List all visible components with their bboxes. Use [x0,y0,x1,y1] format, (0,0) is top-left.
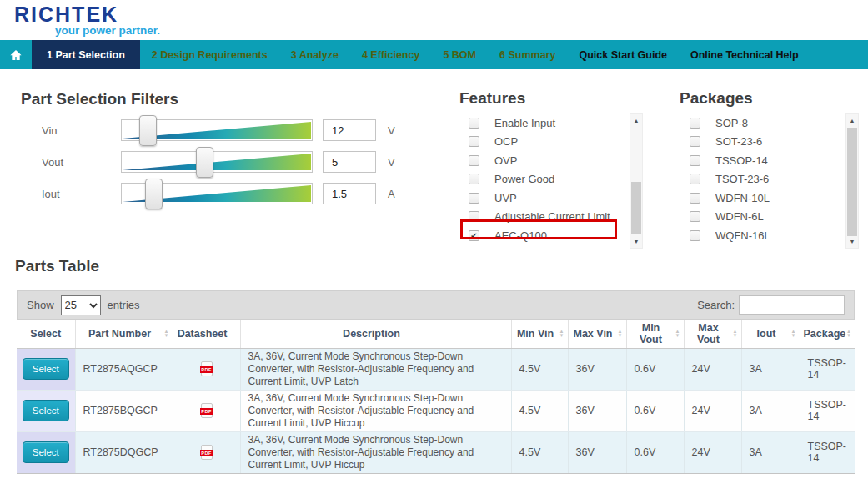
features-section: Features Enable InputOCPOVPPower GoodUVP… [450,89,649,253]
description-cell: 3A, 36V, Current Mode Synchronous Step-D… [240,390,511,431]
nav-item-4-efficiency[interactable]: 4 Efficiency [350,40,431,69]
package-checkbox-wdfn-6l[interactable] [690,211,700,222]
package-checkbox-wdfn-10l[interactable] [690,193,700,204]
slider-row-vin: VinV [21,119,438,141]
slider-row-vout: VoutV [21,151,438,173]
logo-tagline: your power partner. [55,24,160,37]
min-vin-cell: 4.5V [511,431,568,473]
feature-checkbox-ocp[interactable] [469,136,479,147]
scroll-up-icon[interactable]: ▲ [846,114,858,127]
nav-item-2-design-requirements[interactable]: 2 Design Requirements [140,40,279,69]
nav-item-1-part-selection[interactable]: 1 Part Selection [32,40,140,69]
scroll-up-icon[interactable]: ▲ [630,114,642,127]
max-vin-cell: 36V [568,348,626,390]
column-header-part-number[interactable]: Part Number▲▼ [75,320,173,348]
package-cell: TSSOP-14 [800,390,855,431]
entries-select[interactable]: 25 [61,295,101,315]
pdf-icon[interactable]: PDF [201,403,213,418]
feature-label-power-good: Power Good [494,173,554,185]
slider-value-input-iout[interactable] [323,183,376,204]
package-label-tsot-23-6: TSOT-23-6 [715,173,769,185]
pdf-icon[interactable]: PDF [201,361,213,376]
feature-checkbox-power-good[interactable] [469,174,479,184]
column-header-datasheet[interactable]: Datasheet [173,320,240,348]
sort-icon: ▲▼ [733,330,738,338]
part-selection-filters-section: Part Selection Filters VinVVoutVIoutA [21,90,438,214]
features-scrollbar[interactable]: ▲ ▼ [630,113,643,249]
slider-value-input-vin[interactable] [323,119,376,141]
feature-checkbox-uvp[interactable] [469,193,479,204]
slider-gradient-vout [123,153,311,171]
column-header-max-vin[interactable]: Max Vin▲▼ [568,320,626,348]
column-header-description[interactable]: Description [240,320,511,348]
column-header-min-vin[interactable]: Min Vin▲▼ [511,320,568,348]
feature-label-enable-input: Enable Input [494,117,555,129]
column-label-select: Select [30,328,61,340]
slider-handle-vin[interactable] [139,115,157,146]
slider-track-iout[interactable] [121,183,313,204]
nav-item-6-summary[interactable]: 6 Summary [488,40,567,69]
package-label-wdfn-10l: WDFN-10L [715,192,770,204]
package-row-wdfn-10l: WDFN-10L [690,189,868,208]
nav-items: 1 Part Selection2 Design Requirements3 A… [32,40,810,69]
search-input[interactable] [739,295,845,315]
parts-table: Show 25 entries Search: SelectPart Numbe… [17,290,855,474]
part-number-cell: RT2875AQGCP [75,348,173,390]
nav-item-5-bom[interactable]: 5 BOM [431,40,488,69]
features-title: Features [459,89,649,108]
column-label-max-vout: Max Vout [697,322,720,345]
package-checkbox-tssop-14[interactable] [690,155,700,166]
feature-label-uvp: UVP [494,192,517,204]
package-checkbox-tsot-23-6[interactable] [690,174,700,184]
column-header-max-vout[interactable]: Max Vout▲▼ [684,320,741,348]
slider-label-iout: Iout [42,188,121,200]
packages-scroll-thumb[interactable] [847,128,857,236]
feature-label-adjustable-current-limit: Adjustable Current Limit [494,210,610,223]
column-header-select[interactable]: Select [17,320,75,348]
column-header-min-vout[interactable]: Min Vout▲▼ [626,320,684,348]
column-header-iout[interactable]: Iout▲▼ [741,320,800,348]
column-label-min-vin: Min Vin [517,328,554,340]
package-row-sop-8: SOP-8 [690,113,868,133]
logo-text: RICHTEK [14,4,160,25]
package-checkbox-sop-8[interactable] [690,118,700,129]
home-button[interactable] [0,40,32,69]
package-checkbox-wqfn-16l[interactable] [690,230,700,241]
slider-handle-iout[interactable] [145,179,163,209]
sort-desc-icon: ▼ [675,334,680,338]
description-cell: 3A, 36V, Current Mode Synchronous Step-D… [240,348,511,390]
feature-checkbox-enable-input[interactable] [469,118,479,129]
parts-table-title: Parts Table [15,257,99,275]
min-vout-cell: 0.6V [626,348,684,390]
nav-item-online-technical-help[interactable]: Online Technical Help [679,40,810,69]
nav-item-quick-start-guide[interactable]: Quick Start Guide [567,40,679,69]
scroll-down-icon[interactable]: ▼ [630,235,642,248]
sort-desc-icon: ▼ [164,334,169,338]
slider-handle-vout[interactable] [196,147,213,178]
slider-value-input-vout[interactable] [323,151,376,173]
pdf-icon-label: PDF [200,408,213,415]
slider-row-iout: IoutA [21,183,438,204]
slider-unit-vout: V [388,156,395,169]
features-scroll-thumb[interactable] [631,182,641,234]
select-button-rt2875bqgcp[interactable]: Select [23,400,69,421]
packages-scrollbar[interactable]: ▲ ▼ [845,113,859,249]
scroll-down-icon[interactable]: ▼ [846,235,858,248]
package-checkbox-sot-23-6[interactable] [690,136,700,147]
pdf-icon[interactable]: PDF [201,445,213,460]
nav-item-3-analyze[interactable]: 3 Analyze [279,40,350,69]
table-row-rt2875aqgcp: SelectRT2875AQGCPPDF3A, 36V, Current Mod… [17,348,855,390]
packages-list: SOP-8SOT-23-6TSSOP-14TSOT-23-6WDFN-10LWD… [671,113,868,245]
feature-checkbox-aec-q100[interactable]: ✔ [469,230,479,241]
slider-track-vout[interactable] [121,151,313,173]
feature-checkbox-adjustable-current-limit[interactable] [469,211,479,222]
select-button-rt2875aqgcp[interactable]: Select [23,358,69,380]
feature-checkbox-ovp[interactable] [469,155,479,166]
column-header-package[interactable]: Package▲▼ [800,320,855,348]
slider-track-vin[interactable] [121,119,313,141]
max-vout-cell: 24V [684,431,741,473]
select-button-rt2875dqgcp[interactable]: Select [23,441,69,463]
max-vin-cell: 36V [568,390,626,431]
description-cell: 3A, 36V, Current Mode Synchronous Step-D… [240,431,511,473]
entries-label: entries [108,299,140,311]
